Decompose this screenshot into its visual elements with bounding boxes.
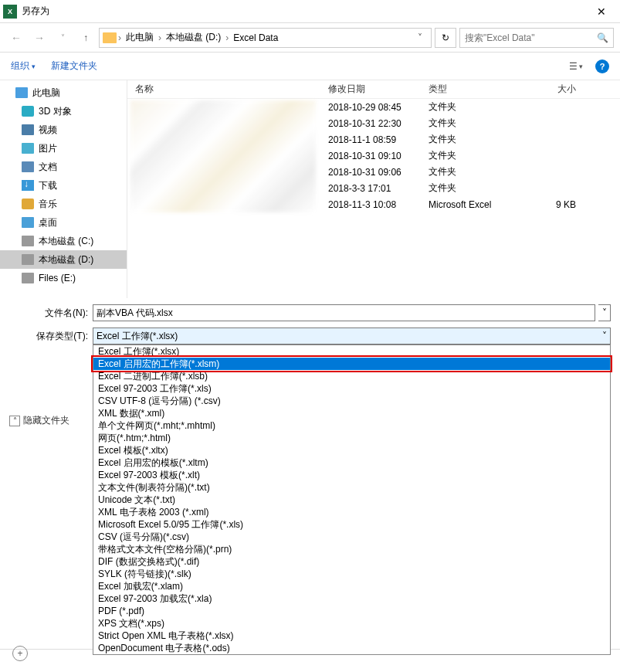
3d-icon <box>22 106 34 117</box>
dropdown-option[interactable]: Excel 工作簿(*.xlsx) <box>93 345 610 358</box>
hide-folders-button[interactable]: ˄ 隐藏文件夹 <box>9 414 69 427</box>
dropdown-option[interactable]: Strict Open XML 电子表格(*.xlsx) <box>93 630 610 642</box>
filetype-select[interactable]: Excel 工作簿(*.xlsx) ˅ <box>93 328 611 344</box>
column-size-header[interactable]: 大小 <box>510 83 595 96</box>
dropdown-option[interactable]: XPS 文档(*.xps) <box>93 617 610 630</box>
file-type: 文件夹 <box>429 133 510 146</box>
search-box[interactable]: 🔍 <box>459 28 614 48</box>
nav-history-dropdown[interactable]: ˅ <box>53 28 73 48</box>
music-icon <box>22 199 34 209</box>
list-header: 名称 修改日期 类型 大小 <box>127 80 620 99</box>
sheet-tab-area: + <box>12 646 28 661</box>
video-icon <box>22 124 34 135</box>
file-type: 文件夹 <box>429 100 510 114</box>
dropdown-option[interactable]: CSV UTF-8 (逗号分隔) (*.csv) <box>93 395 610 407</box>
column-date-header[interactable]: 修改日期 <box>328 83 429 96</box>
file-date: 2018-10-31 22:30 <box>328 118 429 129</box>
sidebar-item-label: Files (E:) <box>39 273 76 283</box>
address-bar[interactable]: › 此电脑 › 本地磁盘 (D:) › Excel Data ˅ <box>99 28 432 48</box>
sidebar-item-label: 音乐 <box>39 198 57 211</box>
sidebar-item[interactable]: 3D 对象 <box>0 102 127 120</box>
doc-icon <box>22 161 34 172</box>
pc-icon <box>15 87 28 98</box>
sidebar-item[interactable]: 下载 <box>0 176 127 195</box>
dropdown-option[interactable]: XML 电子表格 2003 (*.xml) <box>93 506 610 518</box>
file-date: 2018-3-3 17:01 <box>328 183 429 194</box>
dropdown-option[interactable]: 单个文件网页(*.mht;*.mhtml) <box>93 419 610 432</box>
dl-icon <box>22 180 34 191</box>
window-title: 另存为 <box>22 5 586 18</box>
sidebar-item[interactable]: 此电脑 <box>0 83 127 102</box>
sidebar-item[interactable]: 文档 <box>0 158 127 176</box>
filetype-dropdown-list: Excel 工作簿(*.xlsx)Excel 启用宏的工作簿(*.xlsm)Ex… <box>93 344 611 655</box>
dropdown-option[interactable]: Excel 启用宏的模板(*.xltm) <box>93 456 610 469</box>
drive-icon <box>22 273 34 283</box>
breadcrumb-item[interactable]: 此电脑 <box>123 31 157 44</box>
sidebar-item[interactable]: 音乐 <box>0 195 127 213</box>
dropdown-option[interactable]: Excel 97-2003 加载宏(*.xla) <box>93 592 610 605</box>
pic-icon <box>22 143 34 154</box>
nav-back-button[interactable]: ← <box>6 28 26 48</box>
chevron-right-icon: › <box>157 32 163 43</box>
sidebar-item[interactable]: 视频 <box>0 120 127 139</box>
sidebar-item[interactable]: 桌面 <box>0 213 127 232</box>
toolbar: 组织▾ 新建文件夹 ☰▾ ? <box>0 53 620 80</box>
refresh-button[interactable]: ↻ <box>435 28 456 48</box>
search-input[interactable] <box>465 32 597 43</box>
excel-icon: X <box>3 5 17 19</box>
dropdown-option[interactable]: Excel 启用宏的工作簿(*.xlsm) <box>93 358 610 370</box>
drive-icon <box>22 236 34 246</box>
dropdown-option[interactable]: 带格式文本文件(空格分隔)(*.prn) <box>93 543 610 555</box>
dropdown-option[interactable]: Unicode 文本(*.txt) <box>93 494 610 506</box>
address-dropdown-button[interactable]: ˅ <box>412 32 428 43</box>
dropdown-option[interactable]: Excel 97-2003 模板(*.xlt) <box>93 469 610 481</box>
nav-forward-button[interactable]: → <box>29 28 49 48</box>
add-sheet-button[interactable]: + <box>12 646 28 661</box>
help-button[interactable]: ? <box>595 59 609 73</box>
sidebar-item-label: 桌面 <box>39 216 57 229</box>
organize-button[interactable]: 组织▾ <box>11 59 36 73</box>
titlebar: X 另存为 ✕ <box>0 0 620 23</box>
drive-icon <box>22 254 34 265</box>
nav-up-button[interactable]: ↑ <box>76 28 96 48</box>
dropdown-option[interactable]: XML 数据(*.xml) <box>93 407 610 419</box>
filename-input[interactable] <box>93 304 595 321</box>
breadcrumb-item[interactable]: Excel Data <box>230 32 281 43</box>
dropdown-option[interactable]: SYLK (符号链接)(*.slk) <box>93 568 610 580</box>
sidebar-item-label: 下载 <box>39 179 57 192</box>
new-folder-button[interactable]: 新建文件夹 <box>51 59 97 73</box>
dropdown-option[interactable]: Excel 模板(*.xltx) <box>93 444 610 456</box>
navbar: ← → ˅ ↑ › 此电脑 › 本地磁盘 (D:) › Excel Data ˅… <box>0 23 620 53</box>
sidebar-item[interactable]: 本地磁盘 (C:) <box>0 232 127 250</box>
filetype-value: Excel 工作簿(*.xlsx) <box>97 330 178 343</box>
sidebar-item-label: 此电脑 <box>32 87 60 100</box>
file-date: 2018-10-29 08:45 <box>328 102 429 113</box>
dropdown-option[interactable]: 网页(*.htm;*.html) <box>93 432 610 444</box>
sidebar-item[interactable]: 图片 <box>0 139 127 158</box>
dropdown-option[interactable]: OpenDocument 电子表格(*.ods) <box>93 642 610 654</box>
dropdown-option[interactable]: PDF (*.pdf) <box>93 605 610 617</box>
file-date: 2018-10-31 09:10 <box>328 151 429 161</box>
column-type-header[interactable]: 类型 <box>429 83 510 96</box>
dropdown-option[interactable]: Excel 加载宏(*.xlam) <box>93 580 610 592</box>
dropdown-option[interactable]: Microsoft Excel 5.0/95 工作簿(*.xls) <box>93 518 610 531</box>
chevron-right-icon: › <box>117 32 123 43</box>
column-name-header[interactable]: 名称 <box>127 83 328 96</box>
file-type: 文件夹 <box>429 165 510 178</box>
dropdown-option[interactable]: Excel 97-2003 工作簿(*.xls) <box>93 382 610 395</box>
close-button[interactable]: ✕ <box>586 1 617 22</box>
sidebar-item[interactable]: Files (E:) <box>0 269 127 287</box>
filename-label: 文件名(N): <box>0 307 93 320</box>
main-area: 此电脑3D 对象视频图片文档下载音乐桌面本地磁盘 (C:)本地磁盘 (D:)Fi… <box>0 80 620 298</box>
sidebar-item-label: 本地磁盘 (D:) <box>39 253 93 266</box>
file-date: 2018-11-3 10:08 <box>328 199 429 210</box>
filename-dropdown-button[interactable]: ˅ <box>598 304 611 321</box>
view-options-button[interactable]: ☰▾ <box>569 61 583 72</box>
dropdown-option[interactable]: CSV (逗号分隔)(*.csv) <box>93 531 610 543</box>
dropdown-option[interactable]: DIF (数据交换格式)(*.dif) <box>93 555 610 568</box>
sidebar-item-label: 视频 <box>39 124 57 137</box>
breadcrumb-item[interactable]: 本地磁盘 (D:) <box>163 31 224 44</box>
sidebar-item[interactable]: 本地磁盘 (D:) <box>0 250 127 269</box>
dropdown-option[interactable]: Excel 二进制工作簿(*.xlsb) <box>93 370 610 382</box>
dropdown-option[interactable]: 文本文件(制表符分隔)(*.txt) <box>93 481 610 494</box>
